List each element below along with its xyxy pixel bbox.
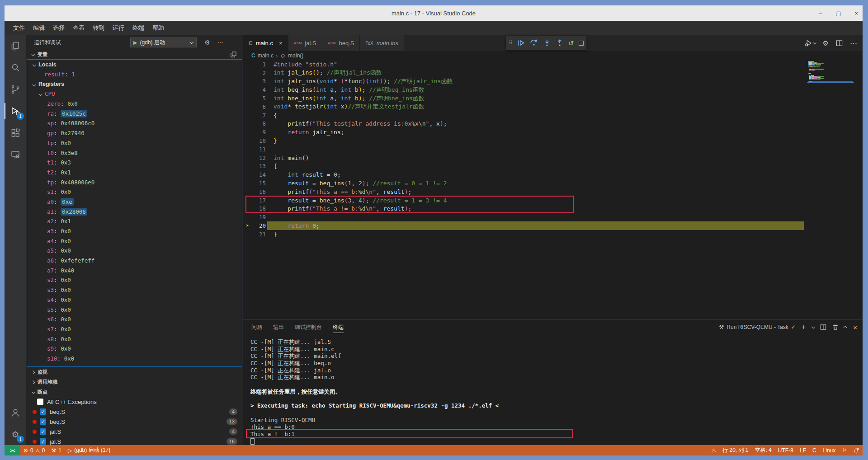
variable-row-fp[interactable]: fp: 0x408006e0 (27, 177, 242, 187)
flame-icon[interactable]: ♨ (708, 445, 719, 455)
variable-row-t2[interactable]: t2: 0x1 (27, 168, 242, 178)
chevron-down-icon[interactable] (811, 325, 815, 329)
more-actions-icon[interactable]: … (217, 37, 224, 44)
panel-tab-问题[interactable]: 问题 (246, 319, 268, 335)
variable-row-t0[interactable]: t0: 0x3e8 (27, 148, 242, 158)
extensions-icon[interactable] (5, 122, 26, 144)
checkbox-checked[interactable]: ✓ (40, 418, 46, 425)
menu-item-转到[interactable]: 转到 (89, 22, 108, 34)
variable-row-a0[interactable]: a0: 0xe (27, 197, 242, 207)
panel-tab-调试控制台[interactable]: 调试控制台 (289, 319, 327, 335)
code-line-19[interactable]: 19 (243, 213, 863, 221)
breadcrumb-symbol[interactable]: main() (288, 52, 303, 59)
code-line-5[interactable]: 5int bne_ins(int a, int b); //声明bne_ins函… (243, 94, 863, 103)
terminal-task-selector[interactable]: ⚒ Run RISCV-QEMU - Task ✓ (719, 324, 796, 330)
variable-row[interactable]: Locals (27, 60, 242, 70)
account-icon[interactable] (5, 402, 26, 423)
variable-row-a6[interactable]: a6: 0xfefefeff (27, 256, 242, 266)
tab-beq.S[interactable]: ASMbeq.S (322, 35, 360, 51)
code-line-13[interactable]: 13{ (243, 162, 863, 171)
variable-row-s7[interactable]: s7: 0x0 (27, 324, 242, 334)
code-line-12[interactable]: 12int main() (243, 154, 863, 162)
menu-item-终端[interactable]: 终端 (128, 22, 148, 34)
kill-terminal-icon[interactable] (832, 324, 839, 330)
code-line-2[interactable]: 2int jal_ins(); //声明jal_ins函数 (243, 69, 863, 77)
breakpoint-exceptions-row[interactable]: All C++ Exceptions (26, 397, 243, 407)
tab-main.c[interactable]: Cmain.c× (243, 35, 288, 51)
menu-item-选择[interactable]: 选择 (49, 22, 69, 34)
split-terminal-icon[interactable] (820, 324, 826, 330)
close-button[interactable]: × (854, 10, 858, 17)
cursor-position-status[interactable]: 行 20, 列 1 (719, 445, 751, 455)
variable-row-s9[interactable]: s9: 0x0 (27, 344, 242, 354)
remote-indicator[interactable]: >< (5, 445, 20, 455)
indentation-status[interactable]: 空格: 4 (752, 445, 775, 455)
breakpoint-row[interactable]: ✓beq.S4 (26, 407, 243, 417)
breadcrumb[interactable]: C main.c › main() (243, 51, 863, 60)
breakpoint-row[interactable]: ✓jal.S16 (26, 437, 243, 445)
variable-row-s5[interactable]: s5: 0x0 (27, 305, 242, 314)
menu-item-查看[interactable]: 查看 (69, 22, 89, 34)
variable-row-tp[interactable]: tp: 0x0 (27, 138, 242, 148)
notifications-bell-icon[interactable] (850, 445, 863, 455)
explorer-icon[interactable] (5, 35, 26, 57)
variable-row-s8[interactable]: s8: 0x0 (27, 334, 242, 344)
remote-explorer-icon[interactable] (5, 144, 26, 165)
minimize-button[interactable]: – (819, 10, 822, 17)
step-out-icon[interactable] (556, 39, 564, 47)
run-or-debug-icon[interactable] (805, 39, 816, 47)
menu-item-文件[interactable]: 文件 (9, 22, 29, 34)
continue-icon[interactable] (517, 39, 525, 47)
code-line-20[interactable]: ➤20 return 0; (243, 221, 863, 230)
checkbox-checked[interactable]: ✓ (40, 408, 46, 415)
variable-row-gp[interactable]: gp: 0x27940 (27, 128, 242, 138)
checkbox-unchecked[interactable] (37, 399, 43, 405)
variable-row[interactable]: Registers (27, 79, 242, 89)
variable-row-s4[interactable]: s4: 0x0 (27, 295, 242, 305)
open-view-icon[interactable] (231, 52, 236, 57)
variable-row-s10[interactable]: s10: 0x0 (27, 354, 242, 364)
menu-item-帮助[interactable]: 帮助 (148, 22, 168, 34)
code-line-10[interactable]: 10} (243, 136, 863, 145)
code-line-21[interactable]: 21} (243, 230, 863, 239)
feedback-icon[interactable]: ⚐ (839, 445, 850, 455)
eol-status[interactable]: LF (797, 445, 809, 455)
variable-row-a2[interactable]: a2: 0x1 (27, 216, 242, 226)
variable-row-sp[interactable]: sp: 0x408006c0 (27, 118, 242, 128)
variable-row-a7[interactable]: a7: 0x40 (27, 265, 242, 275)
restart-icon[interactable]: ↺ (568, 40, 574, 47)
variable-row-a1[interactable]: a1: 0x28008 (27, 207, 242, 216)
checkbox-checked[interactable]: ✓ (40, 428, 46, 435)
code-line-8[interactable]: 8 printf("This testjalr address is:0x%x\… (243, 120, 863, 128)
os-status[interactable]: Linux (820, 445, 839, 455)
breakpoint-row[interactable]: ✓jal.S4 (26, 427, 243, 437)
watch-section-header[interactable]: 监视 (26, 367, 243, 377)
maximize-button[interactable]: ▢ (835, 10, 841, 17)
breakpoints-section-header[interactable]: 断点 (26, 387, 243, 397)
menu-item-编辑[interactable]: 编辑 (29, 22, 49, 34)
stop-icon[interactable] (579, 41, 584, 46)
code-line-6[interactable]: 6void* testjalr(int x)//声明并定义testjalr函数 (243, 103, 863, 111)
drag-grip-icon[interactable]: ⠿ (509, 40, 513, 46)
breakpoint-row[interactable]: ✓beq.S13 (26, 417, 243, 427)
more-actions-icon[interactable]: ⋯ (850, 39, 857, 47)
step-over-icon[interactable] (530, 39, 538, 47)
settings-gear-icon[interactable]: ⚙ (823, 39, 829, 47)
menu-item-运行[interactable]: 运行 (108, 22, 128, 34)
maximize-panel-icon[interactable] (844, 326, 847, 329)
variable-row-a3[interactable]: a3: 0x0 (27, 226, 242, 236)
code-line-1[interactable]: 1#include "stdio.h" (243, 60, 863, 69)
start-debug-icon[interactable]: ▶ (133, 40, 137, 46)
checkbox-checked[interactable]: ✓ (40, 438, 46, 445)
variable-row-s1[interactable]: s1: 0x0 (27, 187, 242, 197)
code-line-16[interactable]: 16 printf("This a == b:%d\n", result); (243, 188, 863, 196)
code-line-11[interactable]: 11 (243, 145, 863, 154)
callstack-section-header[interactable]: 调用堆栈 (26, 377, 243, 387)
close-panel-icon[interactable]: × (853, 324, 857, 331)
variable-row-s6[interactable]: s6: 0x0 (27, 314, 242, 324)
step-into-icon[interactable] (543, 39, 551, 47)
code-line-9[interactable]: 9 return jalr_ins; (243, 128, 863, 136)
code-line-14[interactable]: 14 int result = 0; (243, 170, 863, 179)
task-status[interactable]: ⚒1 (48, 445, 65, 455)
new-terminal-icon[interactable]: + (802, 323, 806, 331)
